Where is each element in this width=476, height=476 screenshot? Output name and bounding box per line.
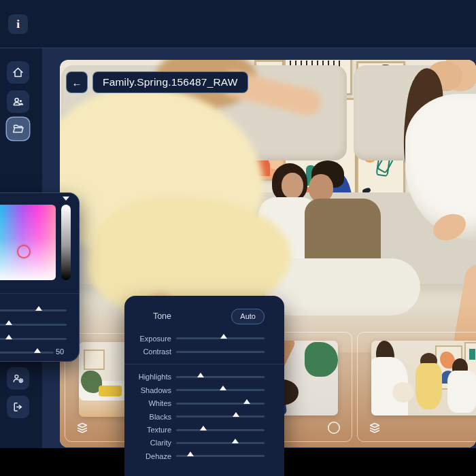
divider xyxy=(124,358,284,371)
slider-label: Texture xyxy=(124,426,171,434)
slider-label: Dehaze xyxy=(124,452,171,460)
slider-thumb[interactable] xyxy=(5,320,12,325)
slider-row-texture: Texture xyxy=(124,423,284,436)
slider-thumb[interactable] xyxy=(233,412,239,417)
slider-track[interactable] xyxy=(176,403,265,405)
slider-thumb[interactable] xyxy=(5,335,12,339)
slider-track[interactable] xyxy=(176,389,265,391)
slider-row-clarity: Clarity xyxy=(124,437,284,449)
back-arrow-icon: ← xyxy=(72,77,82,88)
color-slider-track[interactable] xyxy=(0,352,54,354)
slider-row-highlights: Highlights xyxy=(124,371,284,384)
slider-label: Contrast xyxy=(124,347,171,356)
slider-value: 50 xyxy=(56,347,64,356)
thumb-girl-white xyxy=(447,371,476,413)
slider-track[interactable] xyxy=(176,415,265,418)
thumb-baby xyxy=(392,382,414,403)
slider-thumb[interactable] xyxy=(220,386,226,390)
page: { "theme": { "topbar_bg": "#0f1c36", "su… xyxy=(0,0,476,476)
slider-track[interactable] xyxy=(176,337,265,339)
color-slider-track[interactable] xyxy=(0,309,67,311)
slider-track[interactable] xyxy=(176,376,265,378)
slider-thumb[interactable] xyxy=(35,306,42,311)
sidebar-item-logout[interactable] xyxy=(7,396,29,418)
slider-label: Exposure xyxy=(124,335,171,343)
user-settings-icon xyxy=(12,372,24,385)
mother-face xyxy=(282,173,303,199)
slider-row-whites: Whites xyxy=(124,397,284,410)
slider-thumb[interactable] xyxy=(232,439,239,443)
lightness-bar[interactable] xyxy=(61,205,71,280)
sidebar-item-people[interactable] xyxy=(7,90,29,113)
slider-label: Whites xyxy=(124,399,171,407)
slider-thumb[interactable] xyxy=(187,452,194,456)
slider-track[interactable] xyxy=(176,351,265,353)
thumb-girl-yellow xyxy=(415,363,443,409)
users-icon xyxy=(12,95,24,108)
slider-thumb[interactable] xyxy=(34,348,41,353)
slider-thumb[interactable] xyxy=(200,426,207,430)
thumb-pillow xyxy=(99,386,122,397)
slider-label: Shadows xyxy=(124,386,171,394)
color-slider-track[interactable] xyxy=(0,324,67,326)
color-selector-ring[interactable] xyxy=(17,245,31,258)
sidebar-item-account[interactable] xyxy=(7,367,29,390)
app-logo[interactable]: i xyxy=(8,14,28,34)
home-icon xyxy=(12,66,24,79)
tone-panel-title: Tone xyxy=(124,311,171,321)
slider-label: Clarity xyxy=(124,439,171,447)
slider-row-blacks: Blacks xyxy=(124,410,284,423)
thumb-art-shape xyxy=(469,349,476,360)
slider-row-shadows: Shadows xyxy=(124,384,284,396)
filmstrip-card[interactable] xyxy=(357,332,476,442)
color-panel: 50 xyxy=(0,192,80,362)
thumb-plant xyxy=(305,342,338,377)
slider-track[interactable] xyxy=(176,455,265,457)
circle-icon[interactable] xyxy=(327,421,341,435)
slider-track[interactable] xyxy=(176,429,265,431)
layers-icon[interactable] xyxy=(76,422,88,434)
slider-thumb[interactable] xyxy=(220,334,227,339)
layers-icon[interactable] xyxy=(369,422,381,434)
lightness-marker-icon[interactable] xyxy=(63,197,69,201)
file-title-pill[interactable]: Family.Spring.156487_RAW xyxy=(92,71,248,93)
slider-row-exposure: Exposure xyxy=(124,332,284,345)
slider-row-dehaze: Dehaze xyxy=(124,449,284,462)
slider-thumb[interactable] xyxy=(243,399,250,404)
logout-icon xyxy=(12,401,24,413)
slider-row-contrast: Contrast xyxy=(124,345,284,358)
color-slider-track[interactable] xyxy=(0,338,67,340)
thumbnail-photo[interactable] xyxy=(371,341,476,415)
color-saturation-square[interactable] xyxy=(0,205,56,280)
topbar: i xyxy=(0,0,476,48)
divider xyxy=(0,293,79,294)
thumb-art xyxy=(84,350,105,370)
tone-panel: Tone Auto Exposure Contrast Highlights S… xyxy=(124,296,284,476)
slider-track[interactable] xyxy=(176,442,265,444)
slider-label: Blacks xyxy=(124,413,171,421)
auto-button[interactable]: Auto xyxy=(231,309,265,324)
sidebar-item-home[interactable] xyxy=(7,61,29,84)
slider-thumb[interactable] xyxy=(197,373,204,377)
file-title: Family.Spring.156487_RAW xyxy=(103,76,238,88)
slider-label: Highlights xyxy=(124,373,171,381)
folder-icon xyxy=(12,122,24,135)
back-button[interactable]: ← xyxy=(66,71,88,93)
sidebar-item-files[interactable] xyxy=(7,118,29,140)
